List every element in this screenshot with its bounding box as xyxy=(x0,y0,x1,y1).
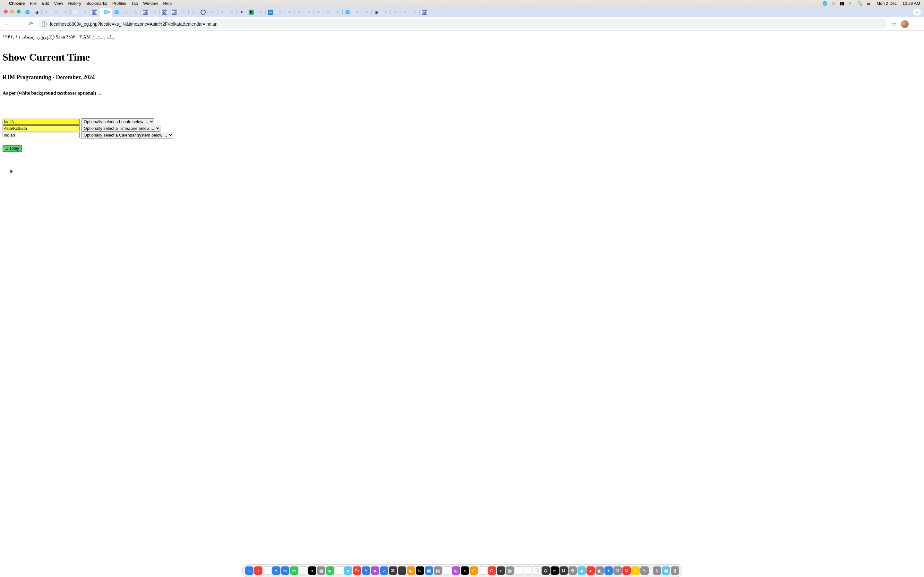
browser-tab[interactable]: ✎ xyxy=(275,8,285,17)
dock-app-terminal[interactable]: > xyxy=(461,566,469,575)
browser-tab[interactable]: ♨ xyxy=(131,8,141,17)
nav-back-button[interactable]: ← xyxy=(3,19,12,29)
browser-tab[interactable]: ✎ xyxy=(285,8,294,17)
dock-app-finder[interactable]: ☺ xyxy=(245,566,254,575)
dock-app-app11[interactable]: 📄 xyxy=(533,566,541,575)
dock-app-zoom[interactable]: z xyxy=(380,566,388,575)
dock-app-term2[interactable]: > xyxy=(497,566,505,575)
dock-app-intellij[interactable]: IJ xyxy=(559,566,568,575)
menubar-date[interactable]: Mon 2 Dec xyxy=(877,1,897,6)
dock-app-app20[interactable]: ✎ xyxy=(640,566,649,575)
browser-tab[interactable]: ◕ xyxy=(372,8,381,17)
browser-tab[interactable]: ♨ xyxy=(410,8,420,17)
browser-tab[interactable]: ✎ xyxy=(323,8,333,17)
dock-app-stocks[interactable]: ≈ xyxy=(308,566,317,575)
dock-app-app1[interactable]: ● xyxy=(344,566,352,575)
calendar-select[interactable]: Optionally select a Calendar system belo… xyxy=(81,132,173,139)
browser-tab[interactable]: ✎ xyxy=(179,8,189,17)
menu-history[interactable]: History xyxy=(68,1,81,6)
browser-tab[interactable]: ✎ xyxy=(391,8,401,17)
battery-icon[interactable]: ▮▮ xyxy=(840,1,844,6)
dock-app-app10[interactable]: ◧ xyxy=(515,566,523,575)
browser-tab[interactable]: ✎ xyxy=(150,8,160,17)
dock-app-podcasts[interactable]: ◎ xyxy=(452,566,460,575)
address-bar[interactable]: i localhost:8888/i_eg.php?locale=ks_IN&t… xyxy=(38,19,887,29)
dock-app-reminders[interactable]: ≡ xyxy=(263,566,271,575)
tabs-overflow-dropdown[interactable]: ⌄ xyxy=(913,9,921,15)
dock-app-messages[interactable]: ✉ xyxy=(290,566,298,575)
browser-tab-active[interactable]: 🌐✕ xyxy=(99,8,111,17)
dock-app-textedit[interactable]: ✎ xyxy=(335,566,343,575)
calendar-input[interactable] xyxy=(3,132,79,138)
dock-app-opera[interactable]: O xyxy=(488,566,496,575)
dock-app-app7[interactable]: B xyxy=(443,566,451,575)
dock-app-settings[interactable]: ⚙ xyxy=(569,566,577,575)
browser-tab[interactable]: 🌐 xyxy=(23,8,32,17)
browser-tab[interactable]: php xyxy=(141,8,150,17)
timezone-input[interactable] xyxy=(3,125,79,131)
dock-app-appletv[interactable]: tv xyxy=(416,566,424,575)
browser-tab[interactable] xyxy=(71,8,80,17)
menu-window[interactable]: Window xyxy=(143,1,158,6)
dock-app-app8[interactable]: ⬡ xyxy=(470,566,478,575)
dock-app-app2[interactable]: ◆ xyxy=(371,566,379,575)
window-zoom[interactable] xyxy=(17,10,21,13)
browser-tab[interactable]: php xyxy=(160,8,170,17)
browser-tab[interactable]: php xyxy=(170,8,179,17)
dock-app-app16[interactable]: ◐ xyxy=(596,566,604,575)
dock-app-safari[interactable]: ✦ xyxy=(272,566,280,575)
menu-edit[interactable]: Edit xyxy=(42,1,49,6)
timezone-select[interactable]: Optionally select a TimeZone below ... xyxy=(81,125,160,132)
window-close[interactable] xyxy=(4,10,8,13)
menubar-time[interactable]: 10:23 AM xyxy=(903,1,920,6)
browser-tab[interactable]: ✎ xyxy=(42,8,51,17)
dock-app-facetime[interactable]: ▶ xyxy=(326,566,334,575)
nav-reload-button[interactable]: ⟳ xyxy=(26,19,35,29)
dock-app-filezilla[interactable]: Fz xyxy=(353,566,361,575)
dock-app-mail[interactable]: ✉ xyxy=(281,566,289,575)
browser-tab[interactable]: ✎ xyxy=(227,8,237,17)
browser-tab[interactable]: ♨ xyxy=(121,8,131,17)
menu-profiles[interactable]: Profiles xyxy=(112,1,126,6)
dock-app-launchpad[interactable]: ▦ xyxy=(317,566,325,575)
menu-view[interactable]: View xyxy=(54,1,63,6)
dock-app-app15[interactable]: ▲ xyxy=(586,566,595,575)
dock-app-app4[interactable]: ⌁ xyxy=(398,566,406,575)
browser-tab[interactable]: php xyxy=(420,8,429,17)
new-tab-button[interactable]: + xyxy=(429,8,439,17)
display-button[interactable]: Display xyxy=(3,145,22,152)
site-info-icon[interactable]: i xyxy=(42,21,47,27)
browser-tab[interactable]: ✎ xyxy=(208,8,218,17)
menu-file[interactable]: File xyxy=(30,1,37,6)
chrome-menu-icon[interactable]: ⋮ xyxy=(913,21,919,27)
spotlight-search-icon[interactable]: 🔍 xyxy=(857,1,863,6)
bookmark-star-icon[interactable]: ☆ xyxy=(891,21,897,27)
profile-avatar[interactable] xyxy=(901,20,909,28)
browser-tab[interactable]: ✎ xyxy=(304,8,314,17)
browser-tab[interactable]: 🌐 xyxy=(111,8,121,17)
dock-app-chrome[interactable]: ◕ xyxy=(523,566,532,575)
browser-tab[interactable]: ✎ xyxy=(333,8,342,17)
dock-app-calendar[interactable]: 2 xyxy=(479,566,487,575)
dock-app-app14[interactable]: ◆ xyxy=(577,566,586,575)
dock-app-app13[interactable]: ✂ xyxy=(551,566,559,575)
dock-app-app9[interactable]: ▦ xyxy=(506,566,514,575)
dock-app-app17[interactable]: ✈ xyxy=(604,566,613,575)
dock-app-app19[interactable]: ✕ xyxy=(632,566,640,575)
menu-help[interactable]: Help xyxy=(163,1,172,6)
browser-tab[interactable]: ✎ xyxy=(294,8,304,17)
locale-select[interactable]: Optionally select a Locale below ... xyxy=(81,118,154,125)
dock-app-mamp[interactable]: M xyxy=(614,566,622,575)
window-minimize[interactable] xyxy=(10,10,14,13)
browser-tab[interactable]: ✎ xyxy=(381,8,391,17)
locale-input[interactable] xyxy=(3,119,79,125)
wifi-icon[interactable]: ᯤ xyxy=(849,1,853,6)
dock-app-music[interactable]: ♪ xyxy=(254,566,262,575)
tab-close-icon[interactable]: ✕ xyxy=(108,10,111,15)
globe-translate-icon[interactable]: 🌐 xyxy=(822,1,827,6)
play-icon[interactable]: ▷ xyxy=(832,1,835,6)
browser-tab[interactable]: ✎ xyxy=(314,8,323,17)
browser-tab[interactable]: ✎ xyxy=(218,8,227,17)
dock-app-app6[interactable]: ▤ xyxy=(434,566,442,575)
browser-tab[interactable]: ✎ xyxy=(401,8,410,17)
